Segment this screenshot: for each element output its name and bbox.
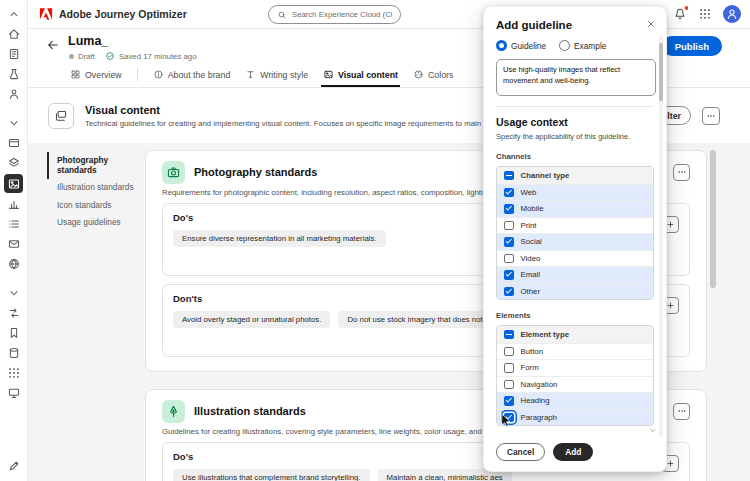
tab-visual-content[interactable]: Visual content xyxy=(323,62,398,87)
channel-label-other: Other xyxy=(521,287,541,296)
panel-footer: Cancel Add xyxy=(496,443,593,461)
home-icon[interactable] xyxy=(7,27,21,41)
channel-checkbox-mobile[interactable] xyxy=(504,204,514,214)
channel-checkbox-video[interactable] xyxy=(504,254,514,264)
clipboard-icon[interactable] xyxy=(7,47,21,61)
monitor-icon[interactable] xyxy=(7,386,21,400)
page-scrollbar-thumb[interactable] xyxy=(710,150,716,288)
global-search-input[interactable]: Search Experience Cloud (Ctrl+/) xyxy=(268,5,401,24)
page-title: Luma_ xyxy=(68,34,108,48)
elements-label: Elements xyxy=(496,311,654,320)
channel-label-web: Web xyxy=(521,188,537,197)
element-checkbox-navigation[interactable] xyxy=(504,380,514,390)
chevron-up-icon[interactable] xyxy=(7,7,21,21)
palette-icon xyxy=(413,69,424,80)
scroll-down-indicator[interactable] xyxy=(648,426,657,435)
photography-dont-chip[interactable]: Avoid overly staged or unnatural photos. xyxy=(173,311,330,328)
element-row-button[interactable]: Button xyxy=(497,343,653,360)
element-label-form: Form xyxy=(521,363,539,372)
tab-label: About the brand xyxy=(168,70,231,80)
chart-icon[interactable] xyxy=(7,197,21,211)
channel-row-other[interactable]: Other xyxy=(497,283,653,300)
list-icon[interactable] xyxy=(7,217,21,231)
channel-row-web[interactable]: Web xyxy=(497,184,653,201)
flow-icon[interactable] xyxy=(7,306,21,320)
text-style-icon xyxy=(245,69,256,80)
channel-row-video[interactable]: Video xyxy=(497,250,653,267)
radio-example-label: Example xyxy=(574,41,606,51)
users-icon[interactable] xyxy=(7,87,21,101)
database-icon[interactable] xyxy=(7,346,21,360)
element-row-heading[interactable]: Heading xyxy=(497,392,653,409)
element-select-all-checkbox[interactable] xyxy=(504,330,514,340)
element-checkbox-form[interactable] xyxy=(504,363,514,373)
panel-scrollbar[interactable] xyxy=(659,35,663,437)
layers-icon[interactable] xyxy=(7,156,21,170)
panel-scrollbar-thumb[interactable] xyxy=(659,43,663,101)
channel-checkbox-web[interactable] xyxy=(504,188,514,198)
channel-checkbox-other[interactable] xyxy=(504,287,514,297)
cancel-button[interactable]: Cancel xyxy=(496,443,545,461)
card-icon[interactable] xyxy=(7,136,21,150)
tab-label: Visual content xyxy=(338,70,398,80)
element-checkbox-paragraph[interactable] xyxy=(504,413,514,423)
chevron-down-icon[interactable] xyxy=(7,286,21,300)
element-row-paragraph[interactable]: Paragraph xyxy=(497,409,653,426)
radio-example[interactable]: Example xyxy=(559,40,606,51)
section-more-button[interactable] xyxy=(702,107,720,125)
element-checkbox-button[interactable] xyxy=(504,347,514,357)
globe-icon[interactable] xyxy=(7,257,21,271)
card-more-button[interactable] xyxy=(673,164,690,181)
pen-icon[interactable] xyxy=(7,459,21,473)
close-icon[interactable] xyxy=(643,16,658,31)
element-label-button: Button xyxy=(521,347,544,356)
channel-row-mobile[interactable]: Mobile xyxy=(497,200,653,217)
guideline-text-input[interactable]: Use high-quality images that reflect mov… xyxy=(496,59,656,96)
avatar[interactable] xyxy=(723,5,741,23)
tab-about-the-brand[interactable]: About the brand xyxy=(153,62,231,87)
photography-do-chip[interactable]: Ensure diverse representation in all mar… xyxy=(173,230,386,247)
element-row-navigation[interactable]: Navigation xyxy=(497,376,653,393)
publish-button[interactable]: Publish xyxy=(662,36,722,56)
subnav-item-illustration-standards[interactable]: Illustration standards xyxy=(47,179,147,197)
bookmark-icon[interactable] xyxy=(7,326,21,340)
camera-icon xyxy=(162,161,185,184)
back-button[interactable] xyxy=(46,38,60,52)
search-placeholder: Search Experience Cloud (Ctrl+/) xyxy=(292,10,392,19)
images-icon xyxy=(48,103,74,129)
element-checkbox-heading[interactable] xyxy=(504,396,514,406)
channel-select-all-checkbox[interactable] xyxy=(504,171,514,181)
card-more-button[interactable] xyxy=(673,403,690,420)
channel-checkbox-print[interactable] xyxy=(504,221,514,231)
channel-row-email[interactable]: Email xyxy=(497,266,653,283)
subnav-item-photography-standards[interactable]: Photography standards xyxy=(47,152,147,179)
channel-header-row: Channel type xyxy=(497,167,653,184)
chevron-down-icon[interactable] xyxy=(7,116,21,130)
apps-icon[interactable] xyxy=(7,366,21,380)
channel-row-social[interactable]: Social xyxy=(497,233,653,250)
tab-overview[interactable]: Overview xyxy=(70,62,122,87)
channel-checkbox-social[interactable] xyxy=(504,237,514,247)
mail-icon[interactable] xyxy=(7,237,21,251)
element-label-navigation: Navigation xyxy=(521,380,558,389)
apps-grid-icon[interactable] xyxy=(698,7,712,21)
radio-guideline[interactable]: Guideline xyxy=(496,40,546,51)
subnav-item-usage-guidelines[interactable]: Usage guidelines xyxy=(47,214,147,232)
illustration-do-chip[interactable]: Use illustrations that complement brand … xyxy=(173,469,370,481)
tab-writing-style[interactable]: Writing style xyxy=(245,62,308,87)
add-button[interactable]: Add xyxy=(553,443,593,461)
elements-table: Element typeButtonFormNavigationHeadingP… xyxy=(496,325,654,426)
card-title: Photography standards xyxy=(194,166,317,178)
channel-row-print[interactable]: Print xyxy=(497,217,653,234)
subnav-item-icon-standards[interactable]: Icon standards xyxy=(47,197,147,215)
image-icon[interactable] xyxy=(4,174,23,193)
element-header-row: Element type xyxy=(497,326,653,343)
panel-title: Add guideline xyxy=(496,19,654,31)
tab-label: Writing style xyxy=(260,70,308,80)
flask-icon[interactable] xyxy=(7,67,21,81)
tab-colors[interactable]: Colors xyxy=(413,62,453,87)
channel-header-label: Channel type xyxy=(521,171,570,180)
element-row-form[interactable]: Form xyxy=(497,359,653,376)
channel-checkbox-email[interactable] xyxy=(504,270,514,280)
notifications-bell-icon[interactable] xyxy=(673,7,687,21)
